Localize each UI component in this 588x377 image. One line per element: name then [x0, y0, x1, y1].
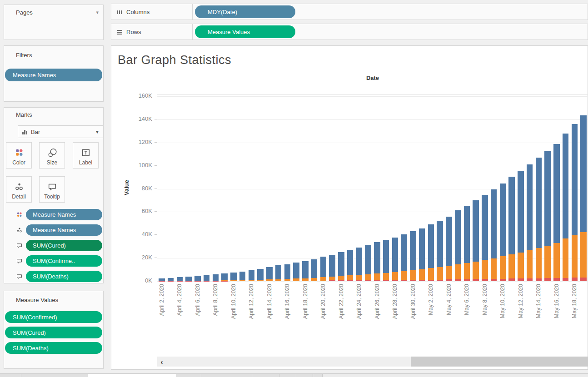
bar-segment-cured[interactable] — [392, 272, 399, 280]
bar-april-7--2020[interactable] — [204, 275, 210, 281]
scrollbar-thumb[interactable] — [411, 357, 588, 367]
bar-segment-confirmed[interactable] — [446, 217, 452, 266]
bar-segment-deaths[interactable] — [383, 280, 389, 281]
bar-segment-cured[interactable] — [563, 238, 569, 278]
bar-april-2--2020[interactable] — [159, 278, 165, 281]
bar-may-15--2020[interactable] — [544, 151, 551, 281]
bar-segment-deaths[interactable] — [544, 278, 551, 281]
bar-segment-deaths[interactable] — [563, 278, 569, 281]
bar-may-14--2020[interactable] — [536, 158, 542, 281]
bar-segment-deaths[interactable] — [374, 280, 380, 281]
bar-segment-confirmed[interactable] — [455, 210, 461, 264]
bar-segment-deaths[interactable] — [446, 279, 452, 281]
bar-may-9--2020[interactable] — [491, 189, 497, 281]
measure-values-pill-sum-deaths-[interactable]: SUM(Deaths) — [5, 342, 102, 354]
bar-segment-cured[interactable] — [365, 274, 371, 280]
bar-may-2--2020[interactable] — [428, 224, 434, 281]
bar-segment-cured[interactable] — [410, 270, 416, 280]
bar-may-6--2020[interactable] — [464, 206, 470, 281]
bar-segment-cured[interactable] — [580, 232, 587, 278]
bar-segment-confirmed[interactable] — [177, 277, 183, 281]
bar-segment-cured[interactable] — [508, 254, 515, 278]
sheet-tab[interactable] — [252, 374, 279, 377]
bar-segment-cured[interactable] — [374, 273, 380, 280]
bar-may-8--2020[interactable] — [482, 195, 488, 281]
bar-april-16--2020[interactable] — [284, 264, 291, 281]
bar-segment-confirmed[interactable] — [221, 273, 228, 280]
sheet-tab[interactable] — [296, 374, 313, 377]
marks-pill-measure-names[interactable]: Measure Names — [26, 209, 102, 220]
bar-segment-cured[interactable] — [572, 235, 578, 278]
bar-segment-deaths[interactable] — [230, 281, 237, 281]
bar-may-7--2020[interactable] — [473, 200, 479, 281]
bar-may-13--2020[interactable] — [527, 164, 533, 281]
bar-segment-confirmed[interactable] — [482, 195, 488, 260]
bar-april-28--2020[interactable] — [392, 238, 399, 281]
bar-segment-confirmed[interactable] — [527, 164, 533, 250]
bar-april-9--2020[interactable] — [221, 273, 228, 281]
bar-segment-confirmed[interactable] — [194, 276, 201, 281]
bar-segment-deaths[interactable] — [455, 279, 461, 281]
bar-segment-confirmed[interactable] — [257, 269, 264, 280]
bar-april-8--2020[interactable] — [213, 274, 219, 281]
bar-segment-deaths[interactable] — [249, 281, 255, 281]
marks-card[interactable]: Marks Bar ▼ ColorSizeLabelDetailTooltip … — [4, 107, 104, 283]
bar-may-1--2020[interactable] — [419, 228, 425, 281]
sheet-tab[interactable] — [21, 374, 88, 377]
bar-segment-cured[interactable] — [419, 269, 425, 280]
bar-segment-cured[interactable] — [446, 266, 452, 280]
filters-card[interactable]: Filters Measure Names — [4, 45, 104, 102]
bar-segment-cured[interactable] — [356, 275, 363, 280]
bar-segment-confirmed[interactable] — [580, 115, 587, 232]
bar-segment-deaths[interactable] — [284, 281, 291, 281]
bar-april-5--2020[interactable] — [185, 277, 192, 281]
bar-april-6--2020[interactable] — [194, 276, 201, 281]
bar-segment-cured[interactable] — [518, 253, 524, 278]
bar-april-10--2020[interactable] — [230, 273, 237, 281]
bar-segment-deaths[interactable] — [437, 280, 443, 281]
bar-segment-confirmed[interactable] — [365, 245, 371, 274]
bar-segment-confirmed[interactable] — [266, 267, 273, 280]
bar-april-24--2020[interactable] — [356, 248, 363, 281]
sheet-tab[interactable] — [201, 374, 252, 377]
bar-segment-deaths[interactable] — [482, 279, 488, 281]
bar-segment-confirmed[interactable] — [392, 238, 399, 272]
bar-segment-cured[interactable] — [536, 248, 542, 278]
columns-pill-mdy-date[interactable]: MDY(Date) — [195, 5, 295, 18]
bar-may-10--2020[interactable] — [500, 184, 506, 281]
sheet-tab[interactable] — [279, 374, 296, 377]
bar-segment-confirmed[interactable] — [374, 242, 380, 273]
bar-segment-cured[interactable] — [491, 258, 497, 279]
bar-segment-confirmed[interactable] — [500, 184, 506, 256]
bar-april-17--2020[interactable] — [293, 263, 299, 281]
bar-segment-cured[interactable] — [428, 268, 434, 279]
bar-april-4--2020[interactable] — [177, 277, 183, 281]
marks-pill-sum-confirme--[interactable]: SUM(Confirme.. — [26, 255, 102, 267]
bar-segment-deaths[interactable] — [572, 278, 578, 281]
bar-segment-deaths[interactable] — [500, 279, 506, 281]
bar-may-4--2020[interactable] — [446, 217, 452, 281]
bar-segment-confirmed[interactable] — [185, 277, 192, 281]
columns-shelf[interactable]: Columns MDY(Date) — [111, 4, 588, 20]
bar-segment-cured[interactable] — [320, 277, 327, 280]
bar-segment-cured[interactable] — [455, 264, 461, 279]
bar-segment-deaths[interactable] — [257, 281, 264, 281]
pages-dropdown-caret-icon[interactable]: ▾ — [96, 10, 99, 15]
bar-april-23--2020[interactable] — [347, 250, 354, 281]
bar-april-14--2020[interactable] — [266, 267, 273, 281]
sheet-tab[interactable] — [0, 374, 21, 377]
bar-segment-confirmed[interactable] — [518, 171, 524, 253]
bar-april-20--2020[interactable] — [320, 257, 327, 281]
bar-segment-confirmed[interactable] — [249, 270, 255, 280]
bar-segment-deaths[interactable] — [527, 278, 533, 281]
bar-may-5--2020[interactable] — [455, 210, 461, 281]
bar-segment-deaths[interactable] — [356, 280, 363, 281]
bar-segment-confirmed[interactable] — [293, 263, 299, 278]
bar-may-11--2020[interactable] — [508, 177, 515, 281]
rows-shelf[interactable]: Rows Measure Values — [111, 24, 588, 40]
bar-segment-confirmed[interactable] — [563, 134, 569, 238]
bar-april-21--2020[interactable] — [329, 255, 335, 281]
bar-segment-deaths[interactable] — [428, 280, 434, 281]
bar-segment-confirmed[interactable] — [338, 252, 344, 276]
bar-segment-deaths[interactable] — [518, 278, 524, 281]
